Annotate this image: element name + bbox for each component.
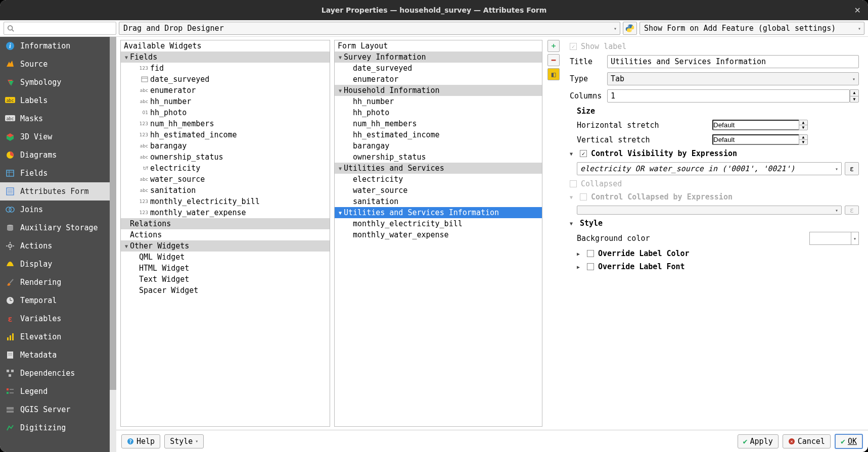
sidebar-item-3dview[interactable]: 3D View [0,128,116,146]
tree-row[interactable]: Relations [121,218,330,229]
expression-builder-button[interactable]: ε [845,162,859,175]
sidebar-item-labels[interactable]: abcLabels [0,91,116,110]
tree-row[interactable]: Text Widget [121,274,330,285]
tree-row[interactable]: 123num_hh_members [121,118,330,129]
layout-item[interactable]: monthly_electricity_bill [335,218,542,229]
layout-item[interactable]: monthly_water_expense [335,229,542,240]
tree-row[interactable]: abcwater_source [121,174,330,185]
tree-row[interactable]: 123fid [121,63,330,74]
layout-group[interactable]: ▼Utilities and Services [335,163,542,174]
svg-rect-36 [7,370,9,372]
v-stretch-spinbox[interactable]: ▲▼ [712,134,859,145]
disclosure-icon[interactable]: ▶ [577,264,583,270]
layout-item[interactable]: barangay [335,140,542,152]
tree-row[interactable]: date_surveyed [121,74,330,85]
sidebar-item-temporal[interactable]: Temporal [0,291,116,310]
layout-group[interactable]: ▼Household Information [335,85,542,96]
storage-icon [5,223,15,233]
designer-combo[interactable]: Drag and Drop Designer ▾ [119,22,620,35]
close-icon[interactable]: ✕ [854,6,861,15]
sidebar-item-fields[interactable]: Fields [0,164,116,182]
tree-row[interactable]: abcownership_status [121,152,330,163]
svg-point-19 [9,207,14,212]
sidebar-item-source[interactable]: Source [0,55,116,73]
layout-tree[interactable]: ▼Survey Informationdate_surveyedenumerat… [335,52,542,426]
sidebar-item-diagrams[interactable]: Diagrams [0,146,116,164]
apply-button[interactable]: ✔ Apply [738,434,779,448]
tree-row[interactable]: QML Widget [121,252,330,263]
sidebar-item-elevation[interactable]: Elevation [0,328,116,346]
tree-row[interactable]: ▼Fields [121,52,330,63]
layout-group[interactable]: ▼Survey Information [335,52,542,63]
cancel-button[interactable]: ✕ Cancel [783,434,831,448]
sidebar-scrollbar[interactable] [110,37,116,452]
layout-item[interactable]: electricity [335,174,542,185]
sidebar-item-digitizing[interactable]: Digitizing [0,419,116,437]
ok-button[interactable]: ✔ OK [835,434,863,449]
layout-item[interactable]: enumerator [335,74,542,85]
override-font-checkbox[interactable] [587,263,594,270]
sidebar-item-joins[interactable]: Joins [0,200,116,219]
sidebar-item-display[interactable]: Display [0,255,116,273]
available-tree[interactable]: ▼Fields123fiddate_surveyedabcenumeratora… [121,52,330,426]
tree-row[interactable]: Actions [121,229,330,240]
sidebar-item-information[interactable]: iInformation [0,37,116,55]
tree-row[interactable]: abcenumerator [121,85,330,96]
disclosure-icon[interactable]: ▶ [577,251,583,257]
disclosure-icon[interactable]: ▼ [570,151,576,157]
help-button[interactable]: ? Help [121,434,160,448]
python-init-button[interactable] [623,22,637,35]
layout-item[interactable]: water_source [335,185,542,196]
show-form-combo[interactable]: Show Form on Add Feature (global setting… [639,22,864,35]
tree-row[interactable]: abcsanitation [121,185,330,196]
sidebar-item-qgis-server[interactable]: QGIS Server [0,400,116,419]
footer: ? Help Style ▾ ✔ Apply ✕ Cancel ✔ [116,430,868,452]
tree-row[interactable]: 123monthly_electricity_bill [121,196,330,207]
sidebar-item-actions[interactable]: Actions [0,237,116,255]
title-input[interactable] [607,55,859,68]
layout-item[interactable]: date_surveyed [335,63,542,74]
columns-spinbox[interactable]: ▲▼ [607,89,859,103]
ctrl-visibility-checkbox[interactable] [580,150,587,157]
invert-button[interactable]: ◧ [547,68,560,80]
layout-item[interactable]: hh_estimated_income [335,129,542,140]
layout-item[interactable]: num_hh_members [335,118,542,129]
sidebar-item-legend[interactable]: Legend [0,382,116,400]
bg-color-swatch[interactable]: ▾ [809,232,859,245]
layout-item[interactable]: hh_number [335,96,542,107]
tree-row[interactable]: abcbarangay [121,140,330,152]
sidebar-item-symbology[interactable]: Symbology [0,73,116,91]
sidebar-item-rendering[interactable]: Rendering [0,273,116,291]
sidebar-item-auxiliary[interactable]: Auxiliary Storage [0,219,116,237]
type-combo[interactable]: Tab▾ [607,72,859,85]
h-stretch-spinbox[interactable]: ▲▼ [712,120,859,130]
search-input[interactable] [4,22,116,35]
remove-button[interactable]: ━ [547,54,560,66]
tree-row[interactable]: abchh_number [121,96,330,107]
svg-rect-30 [7,337,9,340]
layout-item[interactable]: hh_photo [335,107,542,118]
chevron-down-icon: ▾ [852,76,855,82]
sidebar-item-attributes-form[interactable]: Attributes Form [0,182,116,200]
override-color-checkbox[interactable] [587,250,594,257]
tree-row[interactable]: 123hh_estimated_income [121,129,330,140]
tree-row[interactable]: HTML Widget [121,263,330,274]
layout-group[interactable]: ▼Utilities and Services Information [335,207,542,218]
tree-row[interactable]: 01hh_photo [121,107,330,118]
tree-row[interactable]: 123monthly_water_expense [121,207,330,218]
tree-row[interactable]: ▼Other Widgets [121,240,330,252]
tree-row[interactable]: t/felectricity [121,163,330,174]
tree-row[interactable]: Spacer Widget [121,285,330,296]
sidebar-item-variables[interactable]: εVariables [0,310,116,328]
add-button[interactable]: ＋ [547,40,560,52]
layout-item[interactable]: ownership_status [335,152,542,163]
title-label: Title [570,57,603,66]
visibility-expression-input[interactable]: electricity OR water_source in ('0001', … [577,162,842,175]
layout-item[interactable]: sanitation [335,196,542,207]
sidebar-item-metadata[interactable]: Metadata [0,346,116,364]
sidebar-item-dependencies[interactable]: Dependencies [0,364,116,382]
style-button[interactable]: Style ▾ [164,434,204,448]
type-label: Type [570,74,603,83]
disclosure-icon[interactable]: ▼ [570,221,576,226]
sidebar-item-masks[interactable]: abcMasks [0,110,116,128]
